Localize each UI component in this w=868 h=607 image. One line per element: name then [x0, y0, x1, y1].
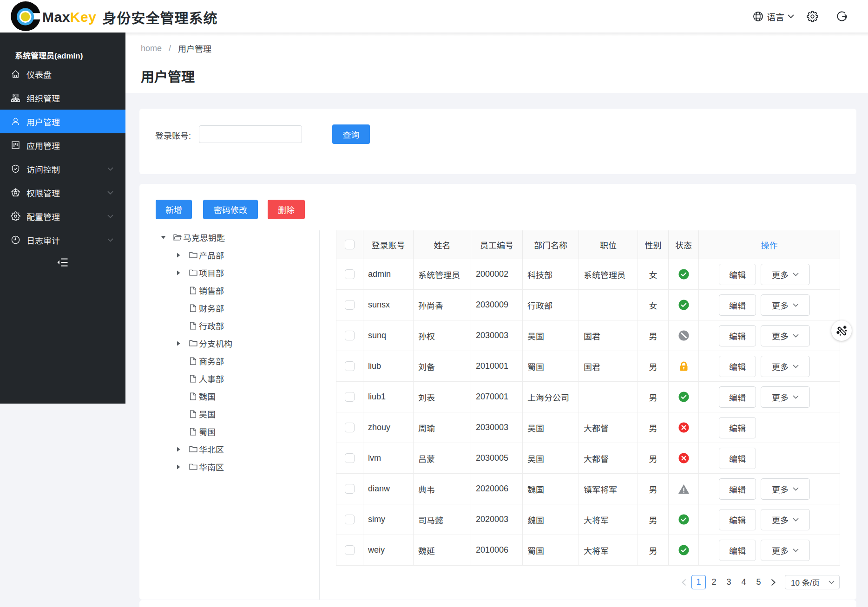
edit-button[interactable]: 编辑: [719, 448, 756, 469]
pagination-prev[interactable]: [677, 575, 691, 589]
edit-button[interactable]: 编辑: [719, 264, 756, 285]
row-checkbox-cell: [336, 259, 363, 290]
tree-node[interactable]: 分支机构: [139, 334, 319, 352]
edit-button[interactable]: 编辑: [719, 417, 756, 438]
sidebar-item-applications[interactable]: 应用管理: [0, 133, 125, 157]
change-password-button[interactable]: 密码修改: [203, 200, 258, 219]
cell-department: 上海分公司: [523, 382, 579, 412]
edit-button[interactable]: 编辑: [719, 540, 756, 561]
sidebar-item-dashboard[interactable]: 仪表盘: [0, 62, 125, 86]
tree-node[interactable]: 华北区: [139, 440, 319, 458]
edit-button[interactable]: 编辑: [719, 386, 756, 408]
tree-node[interactable]: 销售部: [139, 281, 319, 299]
more-button[interactable]: 更多: [761, 356, 810, 377]
magic-wand-fab[interactable]: [831, 320, 852, 341]
more-button[interactable]: 更多: [761, 325, 810, 346]
tree-switcher-placeholder: [177, 391, 189, 402]
caret-right-icon[interactable]: [177, 338, 189, 349]
row-checkbox[interactable]: [345, 484, 355, 494]
table-row: dianw典韦2020006魏国镇军将军男编辑更多: [336, 474, 840, 504]
tree-node[interactable]: 人事部: [139, 370, 319, 387]
more-button[interactable]: 更多: [761, 386, 810, 408]
tree-node[interactable]: 产品部: [139, 246, 319, 264]
more-button[interactable]: 更多: [761, 264, 810, 285]
page-size-select[interactable]: 10 条/页: [785, 575, 840, 589]
row-checkbox[interactable]: [345, 545, 355, 555]
sidebar-collapse-button[interactable]: [0, 257, 125, 268]
pagination-page-5[interactable]: 5: [751, 575, 766, 589]
sidebar-item-users[interactable]: 用户管理: [0, 110, 125, 133]
add-button[interactable]: 新增: [156, 200, 192, 219]
cell-actions: 编辑更多: [699, 382, 840, 412]
caret-right-icon[interactable]: [177, 267, 189, 278]
row-checkbox[interactable]: [345, 300, 355, 310]
edit-button[interactable]: 编辑: [719, 294, 756, 316]
sidebar-item-permissions[interactable]: 权限管理: [0, 181, 125, 204]
row-checkbox[interactable]: [345, 515, 355, 524]
login-account-input[interactable]: [199, 125, 302, 143]
pagination-page-3[interactable]: 3: [722, 575, 736, 589]
more-button[interactable]: 更多: [761, 294, 810, 316]
cell-actions: 编辑: [699, 443, 840, 474]
edit-button[interactable]: 编辑: [719, 509, 756, 530]
more-button[interactable]: 更多: [761, 478, 810, 500]
tree-switcher-placeholder: [177, 355, 189, 366]
breadcrumb-home[interactable]: home: [141, 44, 162, 53]
cell-name: 魏延: [414, 535, 471, 566]
tree-node[interactable]: 项目部: [139, 264, 319, 281]
edit-button[interactable]: 编辑: [719, 356, 756, 377]
tree-node[interactable]: 魏国: [139, 387, 319, 405]
sidebar-item-configuration[interactable]: 配置管理: [0, 204, 125, 228]
logout-icon[interactable]: [836, 11, 848, 22]
tree-node[interactable]: 财务部: [139, 299, 319, 317]
row-checkbox[interactable]: [345, 361, 355, 371]
more-button[interactable]: 更多: [761, 509, 810, 530]
pagination-next[interactable]: [766, 575, 781, 589]
status-active-icon: [678, 392, 689, 402]
sidebar-item-access-control[interactable]: 访问控制: [0, 157, 125, 181]
query-button[interactable]: 查询: [332, 124, 370, 144]
row-checkbox[interactable]: [345, 453, 355, 463]
settings-gear-icon[interactable]: [807, 11, 818, 22]
status-active-icon: [678, 300, 689, 310]
tree-node[interactable]: 吴国: [139, 405, 319, 423]
pagination-page-4[interactable]: 4: [736, 575, 751, 589]
tree-table-divider: [319, 230, 320, 600]
language-menu[interactable]: 语言: [753, 10, 794, 23]
cell-status: [669, 504, 699, 535]
tree-node[interactable]: 行政部: [139, 317, 319, 334]
tree-node[interactable]: 马克思钥匙: [139, 228, 319, 246]
folder-open-icon: [173, 234, 182, 241]
tree-switcher-placeholder: [177, 373, 189, 384]
project-icon: [11, 140, 20, 150]
sidebar-item-organizations[interactable]: 组织管理: [0, 86, 125, 110]
delete-button[interactable]: 删除: [268, 200, 305, 219]
edit-button[interactable]: 编辑: [719, 325, 756, 346]
caret-right-icon[interactable]: [177, 444, 189, 455]
caret-down-icon[interactable]: [161, 232, 173, 243]
cell-department: 科技部: [523, 259, 579, 290]
row-checkbox[interactable]: [345, 392, 355, 402]
tree-node[interactable]: 商务部: [139, 352, 319, 370]
more-button[interactable]: 更多: [761, 540, 810, 561]
pagination-page-1[interactable]: 1: [691, 575, 706, 589]
cell-actions: 编辑更多: [699, 504, 840, 535]
folder-icon: [189, 445, 197, 453]
caret-right-icon[interactable]: [177, 461, 189, 472]
row-checkbox[interactable]: [345, 423, 355, 432]
cell-account: lvm: [363, 443, 414, 474]
tree-node[interactable]: 华南区: [139, 458, 319, 476]
edit-button[interactable]: 编辑: [719, 478, 756, 500]
caret-right-icon[interactable]: [177, 249, 189, 261]
tree-node[interactable]: 蜀国: [139, 423, 319, 440]
select-all-checkbox[interactable]: [345, 240, 355, 249]
folder-icon: [189, 269, 197, 276]
pagination-page-2[interactable]: 2: [707, 575, 721, 589]
cell-actions: 编辑更多: [699, 259, 840, 290]
cell-account: sunq: [363, 320, 414, 351]
cell-gender: 男: [638, 320, 669, 351]
sidebar-item-audit-log[interactable]: 日志审计: [0, 228, 125, 252]
cell-gender: 女: [638, 290, 669, 320]
row-checkbox[interactable]: [345, 331, 355, 340]
row-checkbox[interactable]: [345, 269, 355, 279]
